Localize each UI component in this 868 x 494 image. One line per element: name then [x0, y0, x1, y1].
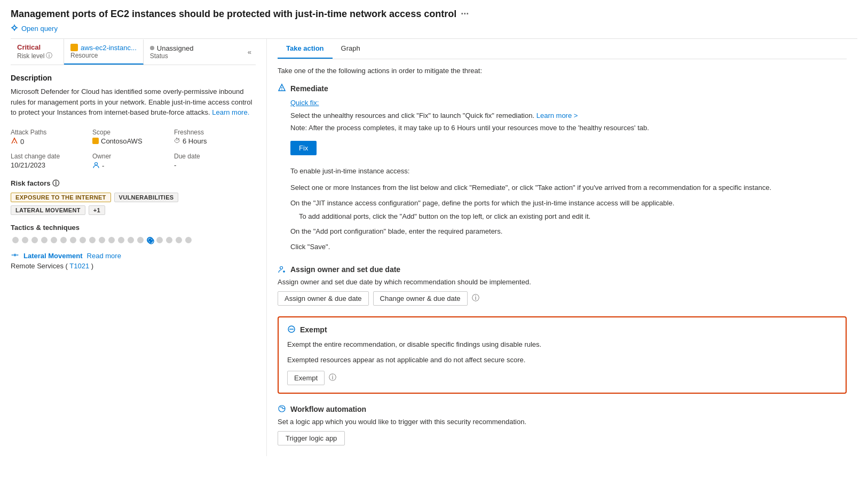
status-tab-label: Unassigned — [150, 44, 201, 52]
quick-fix-desc2: Note: After the process completes, it ma… — [290, 123, 847, 133]
risk-factors-info-icon: ⓘ — [52, 179, 59, 188]
tactics-section: Tactics & techniques — [11, 224, 256, 270]
owner-value: - — [92, 161, 174, 170]
timeline-dot-active — [147, 237, 153, 243]
last-change-value: 10/21/2023 — [11, 161, 92, 169]
assign-info-icon[interactable]: ⓘ — [472, 293, 479, 303]
svg-point-25 — [283, 408, 285, 409]
remediate-content: Quick fix: Select the unhealthy resource… — [278, 98, 847, 254]
meta-grid: Attack Paths 0 Scope — [11, 129, 256, 170]
left-panel: Critical Risk level ⓘ aws-ec2-instanc...… — [11, 39, 267, 456]
owner-label: Owner — [92, 153, 174, 160]
page-container: Management ports of EC2 instances should… — [0, 0, 868, 465]
trigger-logic-app-btn[interactable]: Trigger logic app — [278, 431, 345, 445]
jit-intro: To enable just-in-time instance access: — [290, 166, 847, 177]
exempt-button[interactable]: Exempt — [287, 371, 325, 385]
svg-point-5 — [14, 142, 15, 143]
risk-tag-lateral[interactable]: LATERAL MOVEMENT — [11, 205, 85, 215]
last-change-item: Last change date 10/21/2023 — [11, 153, 92, 170]
remote-services-link[interactable]: T1021 — [69, 262, 91, 270]
risk-factors-title: Risk factors ⓘ — [11, 179, 256, 188]
jit-step-1: Select one or more Instances from the li… — [290, 181, 847, 195]
lateral-movement-icon — [11, 251, 19, 261]
timeline-dot-12 — [118, 237, 124, 243]
collapse-button[interactable]: « — [243, 43, 256, 61]
due-date-item: Due date - — [174, 153, 256, 170]
change-owner-btn[interactable]: Change owner & due date — [373, 291, 468, 306]
scope-folder-icon — [92, 138, 99, 144]
workflow-icon — [278, 404, 286, 415]
assign-buttons: Assign owner & due date Change owner & d… — [278, 291, 847, 306]
action-intro-text: Take one of the the following actions in… — [278, 67, 847, 75]
workflow-title: Workflow automation — [290, 405, 366, 413]
freshness-label: Freshness — [174, 129, 256, 136]
timeline-dot-5 — [51, 237, 57, 243]
exempt-icon — [287, 325, 296, 335]
resource-folder-icon — [70, 44, 78, 51]
quick-fix-label[interactable]: Quick fix: — [290, 99, 319, 107]
left-tabs-row: Critical Risk level ⓘ aws-ec2-instanc...… — [11, 39, 256, 65]
risk-level-label: Risk level ⓘ — [17, 51, 57, 60]
left-content: Description Microsoft Defender for Cloud… — [11, 65, 256, 285]
tab-status[interactable]: Unassigned Status — [144, 40, 208, 64]
action-tabs: Take action Graph — [278, 39, 847, 59]
exempt-header: Exempt — [287, 325, 837, 335]
exempt-info-icon[interactable]: ⓘ — [329, 373, 336, 383]
owner-item: Owner - — [92, 153, 174, 170]
timeline-dot-19 — [185, 237, 192, 243]
exempt-section: Exempt Exempt the entire recommendation,… — [278, 316, 847, 394]
jit-step-5: Click "Save". — [290, 241, 847, 254]
svg-point-6 — [95, 162, 98, 165]
tab-take-action[interactable]: Take action — [278, 39, 333, 59]
page-title-more[interactable]: ··· — [461, 9, 469, 20]
read-more-link[interactable]: Read more — [87, 252, 121, 260]
remediate-section: Remediate Quick fix: Select the unhealth… — [278, 83, 847, 254]
risk-tag-plus[interactable]: +1 — [89, 205, 105, 215]
last-change-label: Last change date — [11, 153, 92, 160]
timeline-dot-1 — [12, 237, 19, 243]
tab-resource[interactable]: aws-ec2-instanc... Resource — [64, 39, 144, 65]
assign-desc: Assign owner and set due date by which r… — [278, 278, 847, 286]
timeline-dot-14 — [137, 237, 144, 243]
risk-tags-container: EXPOSURE TO THE INTERNET VULNERABILITIES… — [11, 193, 256, 215]
info-circle-icon: ⓘ — [46, 51, 52, 60]
lateral-movement-row: Lateral Movement Read more — [11, 251, 256, 261]
svg-point-8 — [150, 240, 153, 242]
quick-fix-line: Quick fix: — [290, 98, 847, 108]
attack-paths-value: 0 — [11, 137, 92, 146]
timeline-dot-9 — [89, 237, 96, 243]
risk-tag-vulnerabilities[interactable]: VULNERABILITIES — [114, 193, 179, 202]
open-query-link[interactable]: Open query — [11, 24, 857, 33]
svg-point-10 — [14, 254, 16, 256]
tab-critical[interactable]: Critical Risk level ⓘ — [11, 39, 64, 65]
description-learn-more[interactable]: Learn more. — [212, 108, 249, 116]
assign-header: Assign owner and set due date — [278, 265, 847, 275]
clock-icon: ⏱ — [174, 137, 180, 145]
critical-label: Critical — [17, 43, 57, 51]
timeline-dot-16 — [156, 237, 163, 243]
learn-more-link[interactable]: Learn more > — [536, 111, 578, 119]
svg-point-7 — [148, 238, 154, 244]
assign-owner-section: Assign owner and set due date Assign own… — [278, 265, 847, 306]
assign-title: Assign owner and set due date — [290, 265, 400, 274]
timeline-dot-17 — [166, 237, 172, 243]
assign-owner-btn[interactable]: Assign owner & due date — [278, 291, 369, 306]
svg-point-18 — [280, 266, 283, 269]
status-sub-label: Status — [150, 52, 201, 60]
exempt-desc2: Exempted resources appear as not applica… — [287, 355, 837, 365]
remediate-header: Remediate — [278, 83, 847, 93]
tab-graph[interactable]: Graph — [333, 39, 369, 59]
workflow-desc: Set a logic app which you would like to … — [278, 418, 847, 426]
resource-tab-label: aws-ec2-instanc... — [70, 44, 137, 52]
due-date-label: Due date — [174, 153, 256, 160]
page-title-row: Management ports of EC2 instances should… — [11, 9, 857, 20]
due-date-value: - — [174, 161, 256, 169]
fix-button[interactable]: Fix — [290, 141, 317, 155]
status-dot-icon — [150, 46, 154, 50]
risk-tag-internet[interactable]: EXPOSURE TO THE INTERNET — [11, 193, 111, 202]
timeline-dot-4 — [41, 237, 48, 243]
scope-value: ContosoAWS — [92, 137, 174, 145]
jit-step-2: On the "JIT instance access configuratio… — [290, 197, 847, 210]
timeline-dot-10 — [99, 237, 105, 243]
timeline-dot-8 — [80, 237, 86, 243]
